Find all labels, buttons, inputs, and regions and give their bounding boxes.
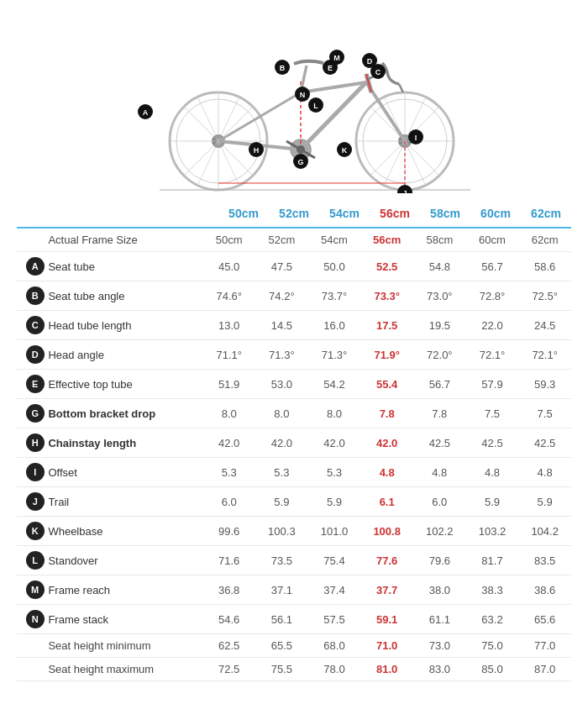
row-value-0: 36.8 bbox=[202, 575, 255, 605]
row-name: Standover bbox=[45, 546, 202, 575]
size-col-54[interactable]: 54cm bbox=[319, 207, 370, 220]
row-badge-k: K bbox=[26, 522, 45, 540]
row-value-3: 100.8 bbox=[360, 517, 413, 546]
row-value-2: 50.0 bbox=[308, 252, 361, 281]
row-value-5: 7.5 bbox=[466, 399, 519, 428]
table-row: EEffective top tube51.953.054.255.456.75… bbox=[17, 370, 571, 399]
row-value-3: 55.4 bbox=[360, 370, 413, 399]
row-value-4: 72.0° bbox=[413, 340, 466, 370]
row-badge-d: D bbox=[26, 345, 45, 364]
badge-cell: B bbox=[17, 281, 45, 311]
row-value-0: 71.6 bbox=[202, 546, 255, 575]
table-row: KWheelbase99.6100.3101.0100.8102.2103.21… bbox=[17, 517, 571, 546]
svg-text:M: M bbox=[333, 54, 340, 62]
row-name: Seat height minimum bbox=[45, 634, 202, 658]
row-value-5: 4.8 bbox=[466, 458, 519, 487]
row-value-2: 68.0 bbox=[308, 634, 361, 658]
row-value-6: 38.6 bbox=[518, 575, 571, 605]
row-value-3: 52.5 bbox=[360, 252, 413, 281]
row-value-5: 103.2 bbox=[466, 517, 519, 546]
row-value-1: 42.0 bbox=[255, 428, 308, 458]
size-col-56[interactable]: 56cm bbox=[370, 207, 420, 220]
badge-cell: I bbox=[17, 458, 45, 487]
table-row: Seat height maximum72.575.578.081.083.08… bbox=[17, 658, 571, 681]
row-value-6: 87.0 bbox=[518, 658, 571, 681]
row-value-5: 38.3 bbox=[466, 575, 519, 605]
row-name: Bottom bracket drop bbox=[45, 399, 202, 428]
size-col-50[interactable]: 50cm bbox=[218, 207, 269, 220]
row-value-6: 7.5 bbox=[518, 399, 571, 428]
row-value-6: 62cm bbox=[518, 229, 571, 252]
row-value-3: 42.0 bbox=[360, 428, 413, 458]
svg-text:G: G bbox=[297, 158, 303, 166]
row-name: Seat tube bbox=[45, 252, 202, 281]
badge-cell: A bbox=[17, 252, 45, 281]
row-name: Effective top tube bbox=[45, 370, 202, 399]
row-value-4: 42.5 bbox=[413, 428, 466, 458]
row-value-4: 58cm bbox=[413, 229, 466, 252]
row-value-5: 72.8° bbox=[466, 281, 519, 311]
row-value-0: 54.6 bbox=[202, 605, 255, 634]
row-value-6: 72.1° bbox=[518, 340, 571, 370]
row-badge-e: E bbox=[26, 375, 45, 393]
row-badge-b: B bbox=[26, 286, 45, 305]
row-badge-c: C bbox=[26, 316, 45, 334]
row-value-3: 73.3° bbox=[360, 281, 413, 311]
row-value-4: 102.2 bbox=[413, 517, 466, 546]
row-badge-j: J bbox=[26, 492, 45, 511]
badge-cell: K bbox=[17, 517, 45, 546]
row-badge-n: N bbox=[26, 610, 45, 628]
row-value-3: 71.9° bbox=[360, 340, 413, 370]
row-value-2: 71.3° bbox=[308, 340, 361, 370]
badge-cell: M bbox=[17, 575, 45, 605]
row-value-3: 81.0 bbox=[360, 658, 413, 681]
row-value-6: 58.6 bbox=[518, 252, 571, 281]
size-col-52[interactable]: 52cm bbox=[269, 207, 319, 220]
row-value-0: 42.0 bbox=[202, 428, 255, 458]
row-value-0: 8.0 bbox=[202, 399, 255, 428]
size-col-58[interactable]: 58cm bbox=[420, 207, 470, 220]
row-value-6: 5.9 bbox=[518, 487, 571, 517]
row-value-3: 6.1 bbox=[360, 487, 413, 517]
row-value-2: 5.9 bbox=[308, 487, 361, 517]
row-value-0: 13.0 bbox=[202, 311, 255, 340]
row-value-5: 5.9 bbox=[466, 487, 519, 517]
row-name: Actual Frame Size bbox=[45, 229, 202, 252]
svg-text:H: H bbox=[254, 146, 260, 155]
row-value-5: 75.0 bbox=[466, 634, 519, 658]
row-value-1: 56.1 bbox=[255, 605, 308, 634]
row-value-2: 101.0 bbox=[308, 517, 361, 546]
row-value-0: 72.5 bbox=[202, 658, 255, 681]
row-value-6: 65.6 bbox=[518, 605, 571, 634]
row-value-2: 16.0 bbox=[308, 311, 361, 340]
table-row: BSeat tube angle74.6°74.2°73.7°73.3°73.0… bbox=[17, 281, 571, 311]
row-value-4: 73.0° bbox=[413, 281, 466, 311]
row-value-4: 83.0 bbox=[413, 658, 466, 681]
bike-svg: A B C D E G H I J K L M bbox=[118, 17, 470, 193]
row-value-6: 24.5 bbox=[518, 311, 571, 340]
table-row: HChainstay length42.042.042.042.042.542.… bbox=[17, 428, 571, 458]
row-badge-a: A bbox=[26, 257, 45, 276]
row-value-5: 42.5 bbox=[466, 428, 519, 458]
row-name: Offset bbox=[45, 458, 202, 487]
row-value-4: 7.8 bbox=[413, 399, 466, 428]
row-value-0: 99.6 bbox=[202, 517, 255, 546]
svg-text:J: J bbox=[402, 189, 407, 193]
row-name: Wheelbase bbox=[45, 517, 202, 546]
row-value-1: 5.9 bbox=[255, 487, 308, 517]
size-col-60[interactable]: 60cm bbox=[470, 207, 521, 220]
row-value-5: 81.7 bbox=[466, 546, 519, 575]
badge-cell: H bbox=[17, 428, 45, 458]
row-value-6: 42.5 bbox=[518, 428, 571, 458]
row-value-1: 100.3 bbox=[255, 517, 308, 546]
table-row: Seat height minimum62.565.568.071.073.07… bbox=[17, 634, 571, 658]
badge-cell bbox=[17, 229, 45, 252]
row-value-3: 4.8 bbox=[360, 458, 413, 487]
row-value-4: 56.7 bbox=[413, 370, 466, 399]
svg-text:K: K bbox=[342, 146, 348, 155]
row-value-1: 53.0 bbox=[255, 370, 308, 399]
size-col-62[interactable]: 62cm bbox=[521, 207, 571, 220]
row-name: Head tube length bbox=[45, 311, 202, 340]
row-value-2: 73.7° bbox=[308, 281, 361, 311]
row-name: Trail bbox=[45, 487, 202, 517]
